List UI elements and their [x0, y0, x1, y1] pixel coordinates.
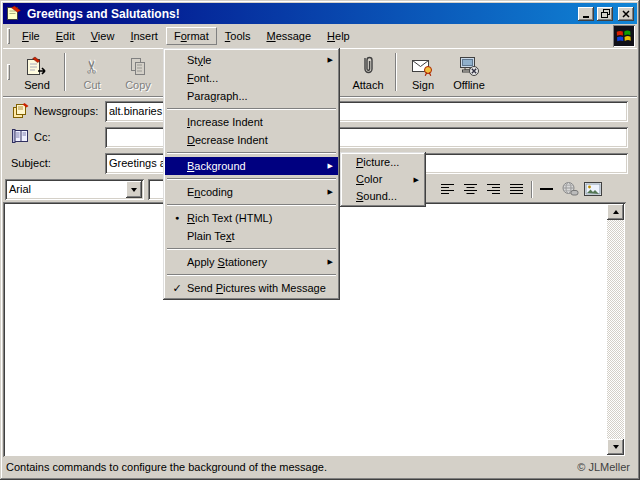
- menu-separator: [165, 271, 338, 279]
- minimize-icon: [583, 16, 589, 18]
- format-menu-item-apply-stationery[interactable]: Apply Stationery▶: [165, 253, 338, 271]
- status-bar: Contains commands to configure the backg…: [3, 457, 637, 477]
- background-submenu-item-sound[interactable]: Sound...: [342, 188, 424, 205]
- menu-separator: [165, 245, 338, 253]
- format-menu-item-plain-text[interactable]: Plain Text: [165, 227, 338, 245]
- font-name-combo[interactable]: Arial: [5, 179, 144, 200]
- menu-item-label: Plain Text: [187, 230, 235, 242]
- scrollbar-track[interactable]: [607, 220, 624, 439]
- scroll-down-button[interactable]: [607, 439, 624, 455]
- status-text: Contains commands to configure the backg…: [6, 461, 327, 473]
- attach-icon: [358, 54, 378, 78]
- format-menu-item-decrease-indent[interactable]: Decrease Indent: [165, 131, 338, 149]
- menu-tools[interactable]: Tools: [217, 27, 259, 45]
- arrow-up-icon: [613, 210, 619, 214]
- menu-item-label: Picture...: [356, 156, 399, 168]
- toolbar-button-send[interactable]: Send: [14, 50, 60, 94]
- toolbar-button-cut[interactable]: ✂Cut: [69, 50, 115, 94]
- address-book-icon[interactable]: [12, 128, 30, 146]
- restore-icon: [601, 8, 610, 20]
- menu-separator: [165, 201, 338, 209]
- toolbar-button-copy[interactable]: Copy: [115, 50, 161, 94]
- background-submenu: Picture...Color▶Sound...: [340, 152, 426, 207]
- menu-format[interactable]: Format: [166, 27, 217, 45]
- justify-button[interactable]: [505, 179, 528, 200]
- menu-bar: FileEditViewInsertFormatToolsMessageHelp: [3, 24, 637, 48]
- format-menu-item-background[interactable]: Background▶: [165, 157, 338, 175]
- newsgroups-label: Newsgroups:: [34, 105, 98, 117]
- formatbar-divider: [531, 181, 532, 198]
- menu-item-label: Sound...: [356, 190, 397, 202]
- chevron-down-icon: [131, 188, 137, 192]
- newsgroups-icon[interactable]: [12, 102, 30, 122]
- menu-item-label: Paragraph...: [187, 90, 248, 102]
- align-right-button[interactable]: [482, 179, 505, 200]
- toolbar-divider: [395, 53, 396, 91]
- menu-file[interactable]: File: [14, 27, 48, 45]
- toolbar-button-label: Sign: [412, 79, 434, 91]
- menu-separator: [165, 149, 338, 157]
- close-button[interactable]: [618, 7, 634, 21]
- align-right-icon: [486, 182, 501, 198]
- scroll-up-button[interactable]: [607, 204, 624, 220]
- format-menu-item-increase-indent[interactable]: Increase Indent: [165, 113, 338, 131]
- check-mark-icon: ✓: [171, 279, 183, 297]
- menu-insert[interactable]: Insert: [122, 27, 166, 45]
- align-left-icon: [440, 182, 455, 198]
- background-submenu-item-color[interactable]: Color▶: [342, 171, 424, 188]
- menu-edit[interactable]: Edit: [48, 27, 83, 45]
- menu-view[interactable]: View: [83, 27, 123, 45]
- horizontal-line-button[interactable]: [535, 179, 558, 200]
- sign-icon: [411, 54, 435, 78]
- menu-item-label: Font...: [187, 72, 218, 84]
- toolbar-button-label: Send: [24, 79, 50, 91]
- window-title: Greetings and Salutations!: [25, 7, 575, 21]
- toolbar-button-attach[interactable]: Attach: [345, 50, 391, 94]
- toolbar-gripper[interactable]: [7, 64, 10, 80]
- font-name-value: Arial: [9, 183, 31, 195]
- insert-picture-button[interactable]: [581, 179, 604, 200]
- menu-item-label: Send Pictures with Message: [187, 282, 326, 294]
- credit-watermark: © JLMeller: [577, 457, 630, 477]
- horizontal-line-icon: [539, 182, 554, 198]
- toolbar-divider: [64, 53, 65, 91]
- align-left-button[interactable]: [436, 179, 459, 200]
- toolbar-button-sign[interactable]: Sign: [400, 50, 446, 94]
- insert-link-icon: [561, 181, 579, 199]
- font-combo-dropdown-button[interactable]: [126, 181, 142, 198]
- menu-item-label: Apply Stationery: [187, 256, 267, 268]
- insert-picture-icon: [584, 181, 602, 199]
- restore-button[interactable]: [597, 7, 613, 21]
- menu-help[interactable]: Help: [319, 27, 358, 45]
- format-menu-item-rich-text-html[interactable]: ●Rich Text (HTML): [165, 209, 338, 227]
- background-submenu-item-picture[interactable]: Picture...: [342, 154, 424, 171]
- toolbar-button-offline[interactable]: Offline: [446, 50, 492, 94]
- format-menu-item-encoding[interactable]: Encoding▶: [165, 183, 338, 201]
- vertical-scrollbar[interactable]: [607, 204, 624, 455]
- menu-item-label: Decrease Indent: [187, 134, 268, 146]
- toolbar-button-label: Cut: [83, 79, 100, 91]
- submenu-arrow-icon: ▶: [328, 157, 333, 175]
- cc-label: Cc:: [34, 131, 51, 143]
- menubar-gripper[interactable]: [7, 28, 10, 44]
- format-menu-item-font[interactable]: Font...: [165, 69, 338, 87]
- toolbar-button-label: Copy: [125, 79, 151, 91]
- send-icon: [25, 54, 49, 78]
- copy-icon: [127, 54, 149, 78]
- menu-message[interactable]: Message: [258, 27, 319, 45]
- arrow-down-icon: [613, 445, 619, 449]
- menu-separator: [165, 175, 338, 183]
- toolbar-button-label: Offline: [453, 79, 485, 91]
- format-menu-item-paragraph[interactable]: Paragraph...: [165, 87, 338, 105]
- insert-link-button[interactable]: [558, 179, 581, 200]
- format-menu-item-send-pictures-with-message[interactable]: ✓Send Pictures with Message: [165, 279, 338, 297]
- minimize-button[interactable]: [578, 7, 594, 21]
- submenu-arrow-icon: ▶: [414, 171, 419, 188]
- align-center-button[interactable]: [459, 179, 482, 200]
- format-menu-item-style[interactable]: Style▶: [165, 51, 338, 69]
- menu-item-label: Encoding: [187, 186, 233, 198]
- title-bar[interactable]: Greetings and Salutations!: [3, 3, 637, 24]
- new-message-icon: [6, 5, 22, 23]
- format-menu: Style▶Font...Paragraph...Increase Indent…: [163, 48, 340, 300]
- close-icon: [622, 8, 630, 20]
